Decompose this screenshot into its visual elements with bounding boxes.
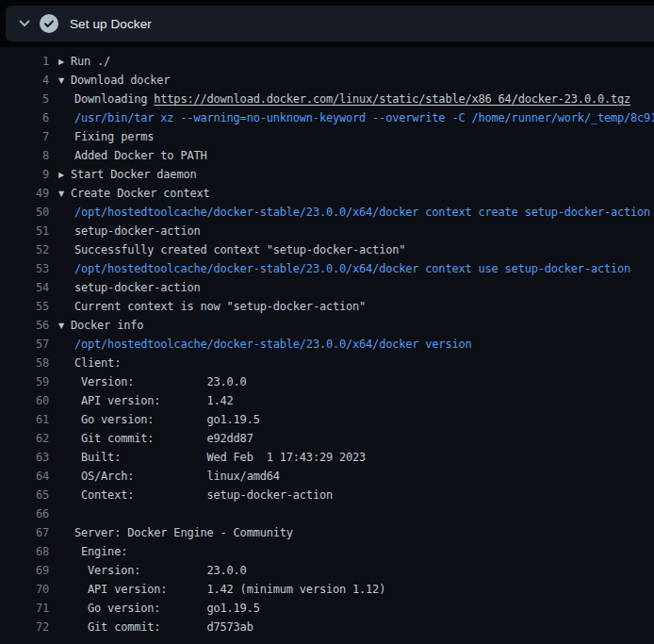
- line-number[interactable]: 7: [0, 127, 49, 146]
- log-line: 63 Built: Wed Feb 1 17:43:29 2023: [0, 448, 654, 467]
- line-number[interactable]: 50: [0, 203, 49, 222]
- log-text: Built: Wed Feb 1 17:43:29 2023: [58, 448, 654, 467]
- triangle-right-icon: ▶: [58, 166, 71, 184]
- log-line: 56▼Docker info: [0, 316, 654, 335]
- group-toggle[interactable]: ▶Run ./: [58, 52, 654, 71]
- log-viewer: 1▶Run ./4▼Download docker5Downloading ht…: [0, 47, 654, 644]
- line-number[interactable]: 57: [0, 335, 49, 354]
- check-circle-icon: [40, 14, 58, 33]
- log-text: Client:: [58, 354, 654, 372]
- log-line: 55Current context is now "setup-docker-a…: [0, 297, 654, 316]
- collapse-step-button[interactable]: [17, 16, 32, 31]
- log-text: Go version: go1.19.5: [58, 599, 654, 618]
- log-line: 68 Engine:: [0, 542, 654, 561]
- group-title: Run ./: [71, 55, 110, 68]
- group-toggle[interactable]: ▼Download docker: [58, 71, 654, 90]
- line-number[interactable]: 66: [0, 504, 49, 523]
- group-title: Docker info: [71, 319, 143, 332]
- step-title: Set up Docker: [70, 17, 152, 31]
- group-title: Start Docker daemon: [71, 168, 196, 181]
- line-number[interactable]: 9: [0, 165, 49, 184]
- log-line: 59 Version: 23.0.0: [0, 372, 654, 391]
- log-text: Fixing perms: [58, 127, 654, 146]
- log-line: 49▼Create Docker context: [0, 184, 654, 203]
- log-line: 1▶Run ./: [0, 52, 654, 71]
- log-text-prefix: Downloading: [74, 92, 154, 106]
- log-text: API version: 1.42: [58, 391, 654, 410]
- log-line: 6/usr/bin/tar xz --warning=no-unknown-ke…: [0, 108, 654, 127]
- log-line: 72 Git commit: d7573ab: [0, 618, 654, 636]
- log-line: 70 API version: 1.42 (minimum version 1.…: [0, 580, 654, 599]
- log-line: 57/opt/hostedtoolcache/docker-stable/23.…: [0, 335, 654, 354]
- log-text: Git commit: e92dd87: [58, 429, 654, 448]
- log-line: 66: [0, 504, 654, 523]
- group-toggle[interactable]: ▼Create Docker context: [58, 184, 654, 203]
- log-text: OS/Arch: linux/amd64: [58, 467, 654, 486]
- log-line: 67Server: Docker Engine - Community: [0, 523, 654, 542]
- log-command: /opt/hostedtoolcache/docker-stable/23.0.…: [58, 203, 654, 222]
- line-number[interactable]: 69: [0, 561, 49, 580]
- log-text: Go version: go1.19.5: [58, 410, 654, 429]
- step-header[interactable]: Set up Docker: [6, 6, 654, 41]
- log-line: 7Fixing perms: [0, 127, 654, 146]
- log-line: 65 Context: setup-docker-action: [0, 486, 654, 504]
- log-link[interactable]: https://download.docker.com/linux/static…: [154, 92, 630, 106]
- line-number[interactable]: 61: [0, 410, 49, 429]
- line-number[interactable]: 4: [0, 71, 49, 90]
- group-title: Download docker: [71, 74, 170, 87]
- triangle-down-icon: ▼: [58, 185, 71, 203]
- log-command: /opt/hostedtoolcache/docker-stable/23.0.…: [58, 259, 654, 278]
- log-text: setup-docker-action: [58, 278, 654, 297]
- log-line: 4▼Download docker: [0, 71, 654, 90]
- group-toggle[interactable]: ▶Start Docker daemon: [58, 165, 654, 184]
- line-number[interactable]: 63: [0, 448, 49, 467]
- line-number[interactable]: 67: [0, 523, 49, 542]
- line-number[interactable]: 53: [0, 259, 49, 278]
- line-number[interactable]: 60: [0, 391, 49, 410]
- line-number[interactable]: 49: [0, 184, 49, 203]
- line-number[interactable]: 52: [0, 240, 49, 259]
- log-text: Current context is now "setup-docker-act…: [58, 297, 654, 316]
- log-line: 60 API version: 1.42: [0, 391, 654, 410]
- log-line: 58Client:: [0, 354, 654, 372]
- line-number[interactable]: 5: [0, 90, 49, 108]
- log-line: 9▶Start Docker daemon: [0, 165, 654, 184]
- line-number[interactable]: 51: [0, 222, 49, 240]
- line-number[interactable]: 62: [0, 429, 49, 448]
- line-number[interactable]: 55: [0, 297, 49, 316]
- log-text: Version: 23.0.0: [58, 372, 654, 391]
- log-text: Downloading https://download.docker.com/…: [58, 90, 654, 108]
- log-text: Successfully created context "setup-dock…: [58, 240, 654, 259]
- triangle-down-icon: ▼: [58, 317, 71, 335]
- log-line: 71 Go version: go1.19.5: [0, 599, 654, 618]
- log-line: 64 OS/Arch: linux/amd64: [0, 467, 654, 486]
- line-number[interactable]: 6: [0, 108, 49, 127]
- log-text: Engine:: [58, 542, 654, 561]
- log-text: Version: 23.0.0: [58, 561, 654, 580]
- line-number[interactable]: 8: [0, 146, 49, 165]
- log-command: /opt/hostedtoolcache/docker-stable/23.0.…: [58, 335, 654, 354]
- line-number[interactable]: 70: [0, 580, 49, 599]
- line-number[interactable]: 72: [0, 618, 49, 636]
- log-text: [58, 504, 654, 523]
- log-text: Context: setup-docker-action: [58, 486, 654, 504]
- triangle-right-icon: ▶: [58, 53, 71, 71]
- line-number[interactable]: 64: [0, 467, 49, 486]
- group-toggle[interactable]: ▼Docker info: [58, 316, 654, 335]
- line-number[interactable]: 59: [0, 372, 49, 391]
- line-number[interactable]: 71: [0, 599, 49, 618]
- line-number[interactable]: 65: [0, 486, 49, 504]
- line-number[interactable]: 58: [0, 354, 49, 372]
- line-number[interactable]: 1: [0, 52, 49, 71]
- line-number[interactable]: 56: [0, 316, 49, 335]
- log-text: setup-docker-action: [58, 222, 654, 240]
- log-line: 61 Go version: go1.19.5: [0, 410, 654, 429]
- log-line: 5Downloading https://download.docker.com…: [0, 90, 654, 108]
- log-line: 8Added Docker to PATH: [0, 146, 654, 165]
- log-text: Added Docker to PATH: [58, 146, 654, 165]
- group-title: Create Docker context: [71, 187, 210, 200]
- log-command: /usr/bin/tar xz --warning=no-unknown-key…: [58, 108, 654, 127]
- log-line: 54setup-docker-action: [0, 278, 654, 297]
- line-number[interactable]: 54: [0, 278, 49, 297]
- line-number[interactable]: 68: [0, 542, 49, 561]
